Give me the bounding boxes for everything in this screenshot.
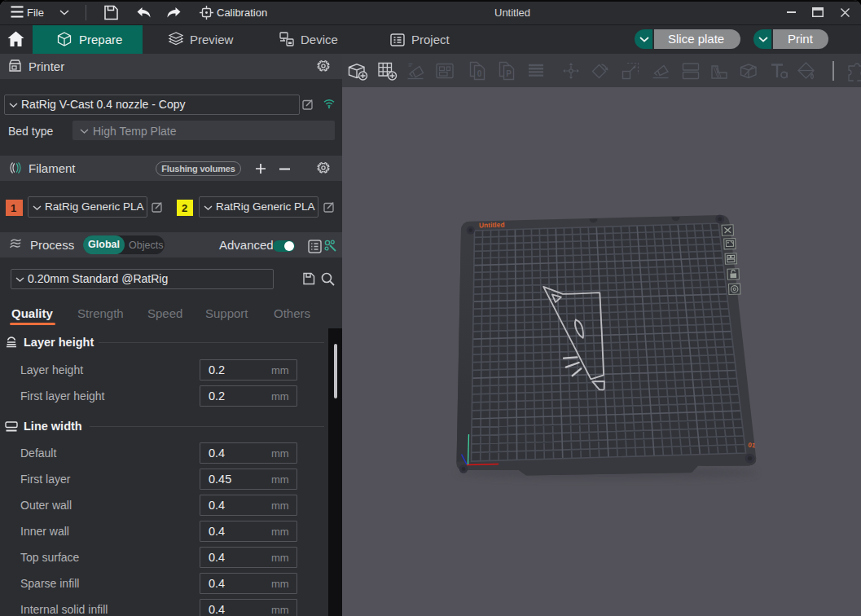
svg-text:0: 0 (477, 69, 482, 78)
svg-text:Untitled: Untitled (479, 221, 505, 230)
svg-text:P: P (506, 69, 512, 78)
svg-text:01: 01 (748, 441, 757, 449)
